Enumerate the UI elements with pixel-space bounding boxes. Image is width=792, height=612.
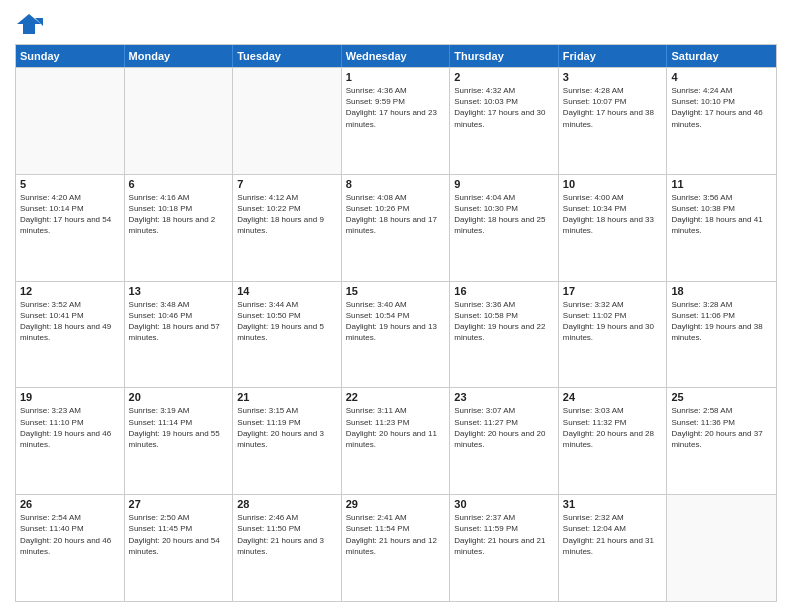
day-cell-19: 19Sunrise: 3:23 AMSunset: 11:10 PMDaylig… [16, 388, 125, 494]
day-info: Sunrise: 2:50 AMSunset: 11:45 PMDaylight… [129, 512, 229, 557]
day-cell-empty-0-0 [16, 68, 125, 174]
day-info: Sunrise: 3:23 AMSunset: 11:10 PMDaylight… [20, 405, 120, 450]
day-number: 17 [563, 285, 663, 297]
day-cell-empty-0-2 [233, 68, 342, 174]
day-cell-15: 15Sunrise: 3:40 AMSunset: 10:54 PMDaylig… [342, 282, 451, 388]
day-info: Sunrise: 3:56 AMSunset: 10:38 PMDaylight… [671, 192, 772, 237]
calendar: SundayMondayTuesdayWednesdayThursdayFrid… [15, 44, 777, 602]
day-cell-6: 6Sunrise: 4:16 AMSunset: 10:18 PMDayligh… [125, 175, 234, 281]
day-cell-28: 28Sunrise: 2:46 AMSunset: 11:50 PMDaylig… [233, 495, 342, 601]
day-info: Sunrise: 3:44 AMSunset: 10:50 PMDaylight… [237, 299, 337, 344]
day-info: Sunrise: 4:04 AMSunset: 10:30 PMDaylight… [454, 192, 554, 237]
day-number: 16 [454, 285, 554, 297]
day-number: 25 [671, 391, 772, 403]
day-cell-13: 13Sunrise: 3:48 AMSunset: 10:46 PMDaylig… [125, 282, 234, 388]
day-header-saturday: Saturday [667, 45, 776, 67]
day-cell-20: 20Sunrise: 3:19 AMSunset: 11:14 PMDaylig… [125, 388, 234, 494]
day-header-sunday: Sunday [16, 45, 125, 67]
day-cell-empty-4-6 [667, 495, 776, 601]
day-cell-2: 2Sunrise: 4:32 AMSunset: 10:03 PMDayligh… [450, 68, 559, 174]
day-cell-21: 21Sunrise: 3:15 AMSunset: 11:19 PMDaylig… [233, 388, 342, 494]
day-number: 27 [129, 498, 229, 510]
day-cell-26: 26Sunrise: 2:54 AMSunset: 11:40 PMDaylig… [16, 495, 125, 601]
day-cell-9: 9Sunrise: 4:04 AMSunset: 10:30 PMDayligh… [450, 175, 559, 281]
day-info: Sunrise: 2:46 AMSunset: 11:50 PMDaylight… [237, 512, 337, 557]
day-info: Sunrise: 2:54 AMSunset: 11:40 PMDaylight… [20, 512, 120, 557]
day-number: 19 [20, 391, 120, 403]
day-cell-23: 23Sunrise: 3:07 AMSunset: 11:27 PMDaylig… [450, 388, 559, 494]
day-cell-25: 25Sunrise: 2:58 AMSunset: 11:36 PMDaylig… [667, 388, 776, 494]
day-info: Sunrise: 4:32 AMSunset: 10:03 PMDaylight… [454, 85, 554, 130]
day-number: 29 [346, 498, 446, 510]
day-number: 2 [454, 71, 554, 83]
day-cell-1: 1Sunrise: 4:36 AMSunset: 9:59 PMDaylight… [342, 68, 451, 174]
day-number: 24 [563, 391, 663, 403]
day-number: 1 [346, 71, 446, 83]
day-cell-3: 3Sunrise: 4:28 AMSunset: 10:07 PMDayligh… [559, 68, 668, 174]
day-number: 15 [346, 285, 446, 297]
day-info: Sunrise: 3:03 AMSunset: 11:32 PMDaylight… [563, 405, 663, 450]
day-info: Sunrise: 3:48 AMSunset: 10:46 PMDaylight… [129, 299, 229, 344]
day-number: 14 [237, 285, 337, 297]
week-row-3: 12Sunrise: 3:52 AMSunset: 10:41 PMDaylig… [16, 281, 776, 388]
day-number: 6 [129, 178, 229, 190]
day-number: 12 [20, 285, 120, 297]
day-number: 11 [671, 178, 772, 190]
day-header-friday: Friday [559, 45, 668, 67]
day-cell-16: 16Sunrise: 3:36 AMSunset: 10:58 PMDaylig… [450, 282, 559, 388]
day-info: Sunrise: 2:32 AMSunset: 12:04 AMDaylight… [563, 512, 663, 557]
day-info: Sunrise: 3:52 AMSunset: 10:41 PMDaylight… [20, 299, 120, 344]
day-info: Sunrise: 4:24 AMSunset: 10:10 PMDaylight… [671, 85, 772, 130]
day-number: 23 [454, 391, 554, 403]
day-info: Sunrise: 3:07 AMSunset: 11:27 PMDaylight… [454, 405, 554, 450]
day-cell-empty-0-1 [125, 68, 234, 174]
day-info: Sunrise: 2:41 AMSunset: 11:54 PMDaylight… [346, 512, 446, 557]
day-info: Sunrise: 3:15 AMSunset: 11:19 PMDaylight… [237, 405, 337, 450]
header [15, 10, 777, 38]
day-number: 4 [671, 71, 772, 83]
day-info: Sunrise: 4:28 AMSunset: 10:07 PMDaylight… [563, 85, 663, 130]
day-cell-8: 8Sunrise: 4:08 AMSunset: 10:26 PMDayligh… [342, 175, 451, 281]
day-number: 31 [563, 498, 663, 510]
day-header-thursday: Thursday [450, 45, 559, 67]
day-number: 3 [563, 71, 663, 83]
day-number: 28 [237, 498, 337, 510]
day-number: 20 [129, 391, 229, 403]
day-header-tuesday: Tuesday [233, 45, 342, 67]
day-cell-29: 29Sunrise: 2:41 AMSunset: 11:54 PMDaylig… [342, 495, 451, 601]
calendar-header: SundayMondayTuesdayWednesdayThursdayFrid… [16, 45, 776, 67]
day-number: 26 [20, 498, 120, 510]
day-cell-10: 10Sunrise: 4:00 AMSunset: 10:34 PMDaylig… [559, 175, 668, 281]
day-info: Sunrise: 4:08 AMSunset: 10:26 PMDaylight… [346, 192, 446, 237]
day-info: Sunrise: 4:12 AMSunset: 10:22 PMDaylight… [237, 192, 337, 237]
day-number: 8 [346, 178, 446, 190]
logo [15, 10, 47, 38]
day-cell-4: 4Sunrise: 4:24 AMSunset: 10:10 PMDayligh… [667, 68, 776, 174]
day-header-wednesday: Wednesday [342, 45, 451, 67]
week-row-2: 5Sunrise: 4:20 AMSunset: 10:14 PMDayligh… [16, 174, 776, 281]
day-cell-30: 30Sunrise: 2:37 AMSunset: 11:59 PMDaylig… [450, 495, 559, 601]
week-row-1: 1Sunrise: 4:36 AMSunset: 9:59 PMDaylight… [16, 67, 776, 174]
logo-icon [15, 10, 43, 38]
day-number: 5 [20, 178, 120, 190]
day-info: Sunrise: 4:20 AMSunset: 10:14 PMDaylight… [20, 192, 120, 237]
day-info: Sunrise: 4:00 AMSunset: 10:34 PMDaylight… [563, 192, 663, 237]
day-cell-14: 14Sunrise: 3:44 AMSunset: 10:50 PMDaylig… [233, 282, 342, 388]
day-cell-24: 24Sunrise: 3:03 AMSunset: 11:32 PMDaylig… [559, 388, 668, 494]
day-cell-7: 7Sunrise: 4:12 AMSunset: 10:22 PMDayligh… [233, 175, 342, 281]
day-number: 21 [237, 391, 337, 403]
day-number: 10 [563, 178, 663, 190]
day-info: Sunrise: 3:28 AMSunset: 11:06 PMDaylight… [671, 299, 772, 344]
day-cell-12: 12Sunrise: 3:52 AMSunset: 10:41 PMDaylig… [16, 282, 125, 388]
calendar-body: 1Sunrise: 4:36 AMSunset: 9:59 PMDaylight… [16, 67, 776, 601]
day-cell-11: 11Sunrise: 3:56 AMSunset: 10:38 PMDaylig… [667, 175, 776, 281]
day-cell-18: 18Sunrise: 3:28 AMSunset: 11:06 PMDaylig… [667, 282, 776, 388]
day-info: Sunrise: 4:36 AMSunset: 9:59 PMDaylight:… [346, 85, 446, 130]
day-info: Sunrise: 4:16 AMSunset: 10:18 PMDaylight… [129, 192, 229, 237]
day-header-monday: Monday [125, 45, 234, 67]
week-row-4: 19Sunrise: 3:23 AMSunset: 11:10 PMDaylig… [16, 387, 776, 494]
week-row-5: 26Sunrise: 2:54 AMSunset: 11:40 PMDaylig… [16, 494, 776, 601]
day-info: Sunrise: 3:40 AMSunset: 10:54 PMDaylight… [346, 299, 446, 344]
day-number: 18 [671, 285, 772, 297]
day-number: 30 [454, 498, 554, 510]
